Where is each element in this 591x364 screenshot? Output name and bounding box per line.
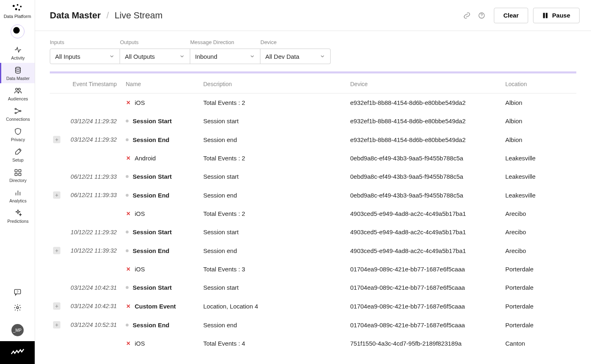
brand-footer-icon xyxy=(11,348,24,357)
sidebar-item-directory[interactable]: Directory xyxy=(0,165,35,185)
cell-description: Session start xyxy=(200,112,347,130)
cell-device: e932ef1b-8b88-4154-8d6b-e80bbe549da2 xyxy=(347,130,502,149)
settings-icon[interactable] xyxy=(13,304,22,312)
svg-text:?: ? xyxy=(16,290,18,294)
table-row[interactable]: 10/12/22 11:29:32Session StartSession st… xyxy=(50,223,576,241)
cell-name: Session Start xyxy=(122,223,200,241)
feedback-icon[interactable]: ? xyxy=(13,288,22,296)
cell-name: ✕iOS xyxy=(122,260,200,278)
col-device[interactable]: Device xyxy=(347,73,502,93)
sidebar-item-analytics[interactable]: Analytics xyxy=(0,185,35,206)
dot-icon xyxy=(126,138,129,141)
search-button[interactable] xyxy=(11,24,24,38)
sidebar-item-label: Directory xyxy=(9,178,27,183)
sidebar-item-label: Activity xyxy=(11,55,24,60)
brand-logo[interactable]: Data Platform xyxy=(4,4,31,19)
col-name[interactable]: Name xyxy=(122,73,200,93)
cell-description: Total Events : 2 xyxy=(200,204,347,223)
sidebar-item-activity[interactable]: Activity xyxy=(0,42,35,63)
pause-button[interactable]: Pause xyxy=(533,8,580,23)
filter-direction-select[interactable]: Inbound xyxy=(190,49,260,64)
svg-rect-11 xyxy=(19,173,21,176)
table-row[interactable]: ✕iOSTotal Events : 2e932ef1b-8b88-4154-8… xyxy=(50,93,576,112)
filter-inputs-select[interactable]: All Inputs xyxy=(50,49,120,64)
link-icon xyxy=(463,12,471,19)
cell-location: Porterdale xyxy=(502,315,576,334)
dot-icon xyxy=(126,120,129,122)
table-row[interactable]: +10/12/22 11:39:32Session EndSession end… xyxy=(50,241,576,260)
expand-button[interactable]: + xyxy=(53,247,60,254)
filter-device-select[interactable]: All Dev Data xyxy=(260,49,331,64)
table-row[interactable]: 03/12/24 11:29:32Session StartSession st… xyxy=(50,112,576,130)
directory-icon xyxy=(14,168,22,176)
table-row[interactable]: +06/12/21 11:39:33Session EndSession end… xyxy=(50,186,576,204)
sidebar-item-predictions[interactable]: Predictions xyxy=(0,206,35,226)
svg-rect-20 xyxy=(543,13,545,18)
sidebar-item-label: Audiences xyxy=(8,96,28,101)
dot-icon xyxy=(126,231,129,233)
cell-location: Leakesville xyxy=(502,167,576,186)
expand-button[interactable]: + xyxy=(53,321,60,328)
cell-description: Session start xyxy=(200,167,347,186)
cell-timestamp xyxy=(65,204,122,223)
brand-logo-icon xyxy=(12,4,23,12)
cell-timestamp: 03/12/24 11:29:32 xyxy=(65,130,122,149)
table-row[interactable]: ✕iOSTotal Events : 301704ea9-089c-421e-b… xyxy=(50,260,576,278)
svg-line-1 xyxy=(19,33,22,36)
cell-timestamp: 03/12/24 11:29:32 xyxy=(65,112,122,130)
dot-icon xyxy=(126,194,129,197)
sidebar-item-privacy[interactable]: Privacy xyxy=(0,124,35,144)
breadcrumb-root[interactable]: Data Master xyxy=(50,10,101,21)
cell-name: Session End xyxy=(122,186,200,204)
x-icon: ✕ xyxy=(126,267,131,272)
cell-device: 01704ea9-089c-421e-bb77-1687e6f5caaa xyxy=(347,260,502,278)
cell-name: ✕iOS xyxy=(122,93,200,112)
cell-device: 4903ced5-e949-4ad8-ac2c-4c49a5b17ba1 xyxy=(347,204,502,223)
link-button[interactable] xyxy=(460,8,474,23)
svg-point-5 xyxy=(15,108,16,109)
table-row[interactable]: ✕iOSTotal Events : 4751f1550-4a3c-4cd7-9… xyxy=(50,334,576,353)
svg-point-2 xyxy=(16,67,20,69)
cell-name: ✕Android xyxy=(122,149,200,167)
expand-button[interactable]: + xyxy=(53,191,60,199)
cell-name: Session End xyxy=(122,315,200,334)
sidebar-item-data-master[interactable]: Data Master xyxy=(0,63,35,83)
avatar[interactable]: _MP xyxy=(11,324,24,336)
audiences-icon xyxy=(14,87,22,95)
cell-location: Albion xyxy=(502,130,576,149)
table-row[interactable]: +03/12/24 11:29:32Session EndSession end… xyxy=(50,130,576,149)
cell-device: 01704ea9-089c-421e-bb77-1687e6f5caaa xyxy=(347,297,502,315)
table-row[interactable]: 06/12/21 11:29:33Session StartSession st… xyxy=(50,167,576,186)
cell-device: 0ebd9a8c-ef49-43b3-9aa5-f9455b788c5a xyxy=(347,149,502,167)
clear-button[interactable]: Clear xyxy=(494,8,528,23)
help-icon xyxy=(478,12,485,19)
table-row[interactable]: ✕AndroidTotal Events : 20ebd9a8c-ef49-43… xyxy=(50,149,576,167)
table-row[interactable]: +03/12/24 10:52:31Session EndSession end… xyxy=(50,315,576,334)
dot-icon xyxy=(126,324,129,326)
x-icon: ✕ xyxy=(126,156,131,161)
svg-rect-10 xyxy=(15,173,18,176)
sidebar-item-setup[interactable]: Setup xyxy=(0,144,35,165)
sidebar: Data Platform ActivityData MasterAudienc… xyxy=(0,0,35,364)
expand-button[interactable]: + xyxy=(53,136,60,143)
help-button[interactable] xyxy=(474,8,489,23)
chevron-down-icon xyxy=(320,53,325,59)
col-location[interactable]: Location xyxy=(502,73,576,93)
col-description[interactable]: Description xyxy=(200,73,347,93)
cell-location: Arecibo xyxy=(502,241,576,260)
sidebar-item-label: Data Master xyxy=(6,76,29,81)
sidebar-item-label: Analytics xyxy=(9,198,27,203)
table-row[interactable]: ✕iOSTotal Events : 24903ced5-e949-4ad8-a… xyxy=(50,204,576,223)
sidebar-item-audiences[interactable]: Audiences xyxy=(0,83,35,104)
table-row[interactable]: 03/12/24 10:42:31Session StartSession st… xyxy=(50,278,576,297)
cell-timestamp: 03/12/24 10:52:31 xyxy=(65,315,122,334)
col-timestamp[interactable]: Event Timestamp xyxy=(65,73,122,93)
filter-outputs-select[interactable]: All Outputs xyxy=(120,49,190,64)
sidebar-item-connections[interactable]: Connections xyxy=(0,104,35,124)
cell-description: Location, Location 4 xyxy=(200,297,347,315)
chevron-down-icon xyxy=(109,53,115,59)
table-row[interactable]: +03/12/24 10:42:31✕Custom EventLocation,… xyxy=(50,297,576,315)
expand-button[interactable]: + xyxy=(53,302,60,310)
breadcrumb-leaf: Live Stream xyxy=(115,10,162,21)
topbar: Data Master / Live Stream Clear Pause xyxy=(35,0,591,31)
